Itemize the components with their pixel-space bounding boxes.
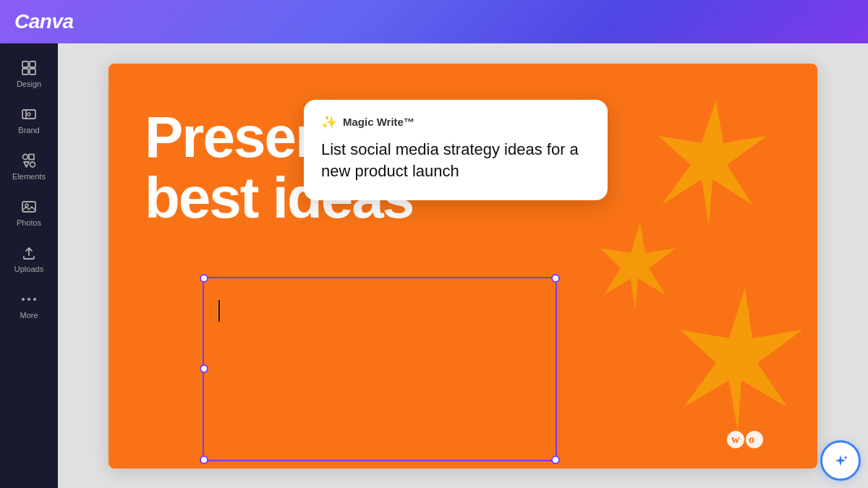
sidebar-item-uploads-label: Uploads [14, 265, 43, 273]
handle-bottom-right[interactable] [551, 455, 560, 464]
svg-point-15 [33, 298, 36, 301]
handle-mid-left[interactable] [200, 364, 208, 373]
header: Canva [0, 0, 868, 43]
svg-rect-1 [30, 61, 35, 67]
canva-logo: Canva [14, 10, 74, 33]
svg-rect-2 [22, 69, 28, 74]
svg-point-6 [27, 113, 30, 116]
svg-marker-18 [680, 288, 803, 432]
sidebar: Design Brand El [0, 43, 58, 488]
canvas-area: Present your best ideas [58, 43, 868, 488]
svg-marker-16 [658, 100, 767, 226]
svg-marker-9 [24, 162, 29, 167]
handle-top-right[interactable] [551, 274, 560, 283]
svg-marker-17 [600, 223, 676, 311]
sidebar-item-design-label: Design [17, 80, 41, 88]
magic-write-icon: ✨ [321, 114, 337, 130]
magic-write-header: ✨ Magic Write™ [321, 114, 590, 130]
handle-top-left[interactable] [200, 274, 208, 283]
svg-text:o: o [749, 433, 754, 445]
svg-point-10 [30, 162, 35, 167]
text-box-selection[interactable] [203, 277, 557, 461]
sidebar-item-brand-label: Brand [18, 126, 39, 134]
text-cursor [218, 300, 220, 322]
sidebar-item-more-label: More [20, 311, 38, 320]
more-icon [20, 291, 38, 308]
sidebar-item-uploads[interactable]: Uploads [0, 236, 58, 282]
svg-rect-11 [22, 202, 35, 212]
sidebar-item-elements-label: Elements [12, 172, 46, 181]
main-layout: Design Brand El [0, 43, 868, 488]
sidebar-item-photos[interactable]: Photos [0, 189, 58, 236]
svg-point-14 [27, 298, 30, 301]
elements-icon [20, 152, 38, 169]
sidebar-item-more[interactable]: More [0, 282, 58, 328]
magic-write-title: Magic Write™ [343, 116, 414, 128]
svg-rect-3 [30, 69, 35, 74]
handle-bottom-left[interactable] [200, 455, 208, 464]
magic-ai-button[interactable] [820, 440, 861, 481]
canvas-slide[interactable]: Present your best ideas [109, 64, 817, 468]
magic-write-popup: ✨ Magic Write™ List social media strateg… [304, 100, 608, 201]
svg-rect-0 [22, 61, 28, 67]
brand-icon [20, 106, 38, 123]
sidebar-item-design[interactable]: Design [0, 51, 58, 97]
canva-watermark: w o [727, 428, 763, 454]
uploads-icon [20, 244, 38, 262]
magic-write-prompt: List social media strategy ideas for a n… [321, 139, 590, 184]
sidebar-item-brand[interactable]: Brand [0, 97, 58, 143]
svg-rect-4 [22, 110, 35, 119]
svg-point-13 [22, 298, 25, 301]
svg-rect-8 [29, 155, 34, 160]
sidebar-item-photos-label: Photos [17, 218, 41, 227]
photos-icon [20, 198, 38, 215]
svg-point-7 [23, 155, 28, 160]
sidebar-item-elements[interactable]: Elements [0, 143, 58, 189]
svg-text:w: w [731, 433, 740, 445]
design-icon [20, 59, 38, 77]
